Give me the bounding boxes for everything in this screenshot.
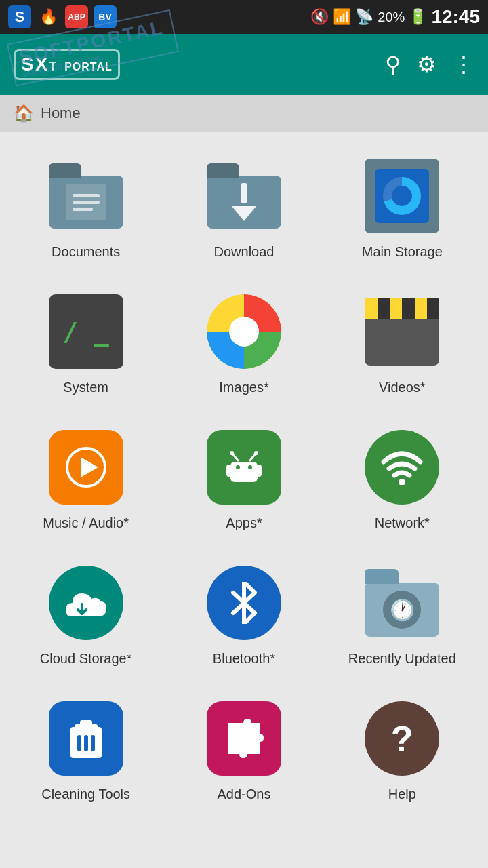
- videos-icon-wrap: [365, 294, 439, 369]
- svg-line-10: [250, 454, 256, 460]
- svg-point-7: [236, 465, 240, 469]
- app-item-documents[interactable]: Documents: [7, 145, 165, 274]
- fire-icon: 🔥: [37, 5, 60, 28]
- documents-label: Documents: [52, 243, 120, 260]
- network-icon-wrap: [365, 430, 439, 505]
- recently-updated-icon-wrap: 🕐: [365, 566, 439, 640]
- app-item-recently-updated[interactable]: 🕐 Recently Updated: [323, 552, 481, 681]
- svg-rect-5: [226, 465, 232, 477]
- app-item-network[interactable]: Network*: [323, 416, 481, 545]
- home-icon: 🏠: [14, 104, 34, 123]
- app-item-cloud-storage[interactable]: Cloud Storage*: [7, 552, 165, 681]
- bluetooth-icon-wrap: [207, 566, 281, 640]
- svg-point-11: [230, 451, 234, 455]
- header-actions: ⚲ ⚙ ⋮: [385, 52, 474, 77]
- signal-icon: 📡: [355, 8, 373, 26]
- cleaning-tools-icon-wrap: [49, 701, 123, 776]
- network-label: Network*: [375, 514, 430, 532]
- help-icon: ?: [365, 701, 439, 776]
- system-label: System: [63, 378, 108, 396]
- svg-rect-6: [256, 465, 262, 477]
- android-icon: [207, 430, 281, 505]
- svg-marker-3: [81, 457, 98, 477]
- app-item-download[interactable]: Download: [165, 145, 323, 274]
- app-grid: Documents Download: [0, 132, 488, 830]
- app-header: SXT PORTAL ⚲ ⚙ ⋮: [0, 34, 488, 95]
- bluetooth-icon: [207, 566, 281, 640]
- download-label: Download: [214, 243, 274, 260]
- trash-icon: [49, 701, 123, 776]
- puzzle-icon: [207, 701, 281, 776]
- svg-rect-19: [91, 735, 95, 751]
- logo-text: SXT PORTAL: [21, 54, 113, 75]
- svg-point-13: [399, 479, 405, 485]
- cloud-storage-icon-wrap: [49, 566, 123, 640]
- abp-icon: ABP: [65, 5, 88, 28]
- app-item-help[interactable]: ? Help: [323, 688, 481, 816]
- help-label: Help: [388, 785, 416, 803]
- clapper-icon: [365, 298, 439, 366]
- app-item-add-ons[interactable]: Add-Ons: [165, 688, 323, 816]
- add-ons-label: Add-Ons: [218, 785, 271, 803]
- apps-label: Apps*: [226, 514, 262, 532]
- status-bar-left: S 🔥 ABP BV: [8, 5, 117, 28]
- help-icon-wrap: ?: [365, 701, 439, 776]
- colorwheel-icon: [207, 294, 281, 369]
- battery-icon: 🔋: [409, 8, 427, 26]
- settings-icon[interactable]: ⚙: [417, 52, 436, 77]
- download-icon-wrap: [207, 159, 281, 233]
- system-icon-wrap: / _: [49, 294, 123, 369]
- svg-point-12: [254, 451, 258, 455]
- more-options-icon[interactable]: ⋮: [453, 52, 474, 77]
- apps-icon-wrap: [207, 430, 281, 505]
- app-item-music-audio[interactable]: Music / Audio*: [7, 416, 165, 545]
- music-audio-icon-wrap: [49, 430, 123, 505]
- storage-icon: [365, 159, 439, 233]
- wifi-icon: [365, 430, 439, 505]
- breadcrumb-label: Home: [41, 104, 81, 122]
- recent-icon: 🕐: [365, 569, 439, 637]
- music-icon: [49, 430, 123, 505]
- mute-icon: 🔇: [310, 8, 329, 26]
- clock: 12:45: [431, 6, 480, 28]
- music-audio-label: Music / Audio*: [43, 514, 129, 532]
- app-item-system[interactable]: / _ System: [7, 281, 165, 410]
- battery-percent: 20%: [378, 9, 405, 25]
- app-item-main-storage[interactable]: Main Storage: [323, 145, 481, 274]
- bv-icon: BV: [94, 5, 117, 28]
- app-item-apps[interactable]: Apps*: [165, 416, 323, 545]
- svg-line-9: [232, 454, 238, 460]
- documents-icon-wrap: [49, 159, 123, 233]
- add-ons-icon-wrap: [207, 701, 281, 776]
- app-item-images[interactable]: Images*: [165, 281, 323, 410]
- breadcrumb: 🏠 Home: [0, 95, 488, 132]
- videos-label: Videos*: [379, 378, 426, 396]
- svg-rect-16: [80, 720, 92, 726]
- svg-point-1: [229, 317, 259, 347]
- svg-rect-17: [77, 735, 81, 751]
- wifi-status-icon: 📶: [333, 8, 351, 26]
- svg-point-8: [248, 465, 252, 469]
- status-bar: S 🔥 ABP BV 🔇 📶 📡 20% 🔋 12:45: [0, 0, 488, 34]
- s-app-icon: S: [8, 5, 31, 28]
- search-icon[interactable]: ⚲: [385, 52, 401, 77]
- status-bar-right: 🔇 📶 📡 20% 🔋 12:45: [310, 6, 480, 28]
- images-label: Images*: [219, 378, 268, 396]
- app-item-bluetooth[interactable]: Bluetooth*: [165, 552, 323, 681]
- recently-updated-label: Recently Updated: [348, 650, 456, 667]
- cleaning-tools-label: Cleaning Tools: [41, 785, 130, 803]
- app-logo: SXT PORTAL: [14, 49, 120, 80]
- app-item-cleaning-tools[interactable]: Cleaning Tools: [7, 688, 165, 816]
- cloud-storage-label: Cloud Storage*: [40, 650, 132, 667]
- bluetooth-label: Bluetooth*: [213, 650, 275, 667]
- app-item-videos[interactable]: Videos*: [323, 281, 481, 410]
- main-storage-label: Main Storage: [362, 243, 443, 260]
- svg-rect-4: [230, 462, 258, 482]
- images-icon-wrap: [207, 294, 281, 369]
- terminal-icon: / _: [49, 294, 123, 369]
- main-storage-icon-wrap: [365, 159, 439, 233]
- svg-rect-18: [84, 735, 88, 751]
- cloud-icon: [49, 566, 123, 640]
